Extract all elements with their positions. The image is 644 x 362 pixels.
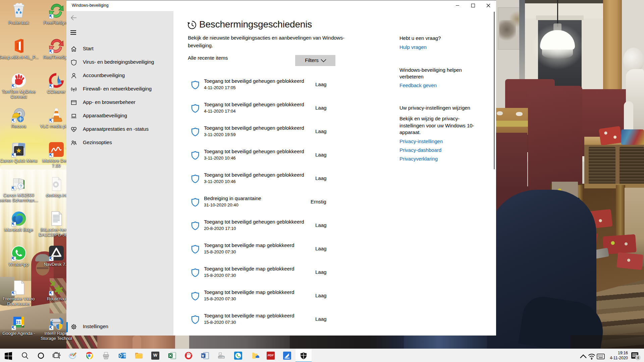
svg-text:?: ?: [19, 184, 22, 189]
svg-text:31: 31: [16, 320, 21, 325]
